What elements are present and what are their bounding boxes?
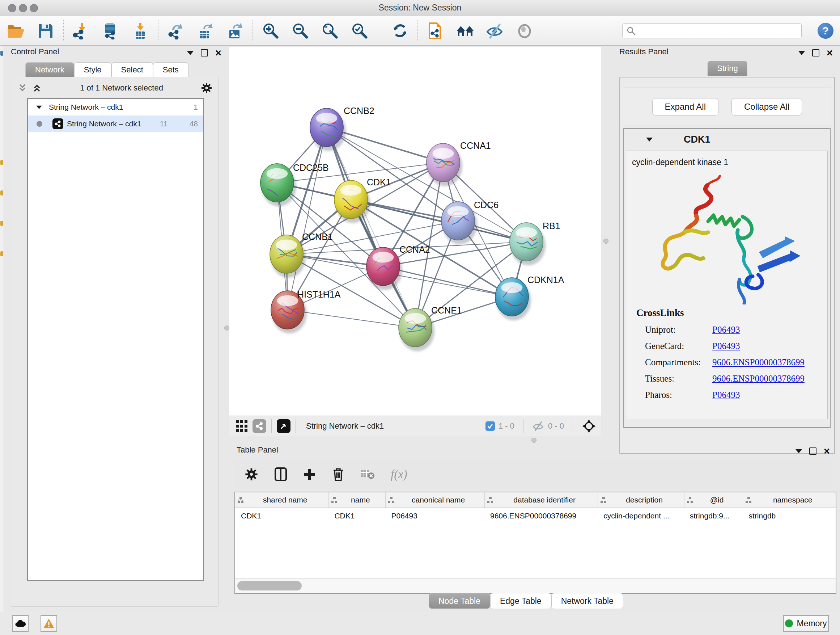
panel-close-icon[interactable]: ×	[215, 49, 221, 57]
edge-count: 48	[189, 119, 198, 128]
genecard-link[interactable]: P06493	[712, 341, 740, 351]
svg-text:CCNB2: CCNB2	[344, 106, 374, 116]
warning-button[interactable]	[41, 615, 57, 632]
open-session-icon[interactable]	[6, 21, 25, 40]
home-icon[interactable]	[456, 21, 475, 40]
cloud-button[interactable]	[12, 615, 28, 632]
svg-text:CDC6: CDC6	[474, 200, 499, 210]
zoom-selected-icon[interactable]	[350, 21, 369, 40]
expand-all-button[interactable]: Expand All	[652, 98, 718, 116]
pharos-link[interactable]: P06493	[712, 390, 740, 400]
network-collection-row[interactable]: String Network – cdk1 1	[28, 99, 203, 116]
panel-float-icon[interactable]	[187, 51, 194, 55]
uniprot-link[interactable]: P06493	[712, 325, 740, 335]
cell-namespace[interactable]: stringdb	[743, 508, 836, 524]
entry-expander-icon[interactable]	[646, 138, 653, 141]
left-splitter-handle[interactable]	[224, 325, 229, 331]
memory-button[interactable]: Memory	[783, 615, 829, 632]
compartments-link[interactable]: 9606.ENSP00000378699	[712, 357, 805, 367]
zoom-fit-icon[interactable]	[321, 21, 339, 40]
grid-view-icon[interactable]	[235, 420, 248, 432]
tab-style[interactable]: Style	[74, 62, 111, 77]
panel-float-icon[interactable]	[796, 449, 802, 453]
birds-eye-view-icon[interactable]	[277, 419, 291, 433]
tab-network-table[interactable]: Network Table	[551, 593, 623, 608]
column-type-icon	[237, 497, 244, 503]
left-edge-strip	[0, 46, 4, 635]
panel-close-icon[interactable]: ×	[824, 448, 830, 455]
crosslink-label: Tissues:	[645, 374, 712, 384]
entry-gene-name: CDK1	[684, 134, 711, 145]
network-row-selected[interactable]: String Network – cdk1 11 48	[28, 116, 203, 132]
tab-edge-table[interactable]: Edge Table	[490, 593, 551, 608]
table-row[interactable]: CDK1 CDK1 P06493 9606.ENSP00000378699 cy…	[235, 508, 836, 524]
zoom-out-icon[interactable]	[291, 21, 309, 40]
search-input[interactable]	[622, 23, 802, 38]
cell-shared-name[interactable]: CDK1	[235, 508, 328, 524]
column-header[interactable]: @id	[693, 496, 741, 504]
column-type-icon	[487, 497, 493, 503]
right-splitter-handle[interactable]	[603, 239, 608, 244]
export-table-icon[interactable]	[196, 21, 215, 40]
column-header[interactable]: database identifier	[493, 496, 595, 504]
column-type-icon	[687, 497, 693, 503]
hide-selected-eye-icon[interactable]	[485, 21, 504, 40]
tab-network[interactable]: Network	[25, 62, 74, 77]
column-header[interactable]: shared name	[244, 496, 326, 504]
export-network-icon[interactable]	[166, 21, 185, 40]
panel-close-icon[interactable]: ×	[827, 49, 833, 57]
network-canvas[interactable]: CCNB2CCNA1CDC25BCDK1CDC6RB1CCNB1CCNA2CDK…	[229, 47, 601, 416]
tab-node-table[interactable]: Node Table	[429, 593, 490, 608]
refresh-icon[interactable]	[391, 21, 409, 40]
column-type-icon	[331, 497, 338, 503]
import-table-icon[interactable]	[131, 21, 150, 40]
import-network-from-database-icon[interactable]	[101, 21, 120, 40]
panel-float-icon[interactable]	[798, 51, 805, 55]
string-file-share-icon[interactable]	[426, 21, 445, 40]
column-header[interactable]: description	[607, 496, 682, 504]
horizontal-splitter-handle[interactable]	[531, 438, 537, 443]
show-columns-icon[interactable]	[274, 467, 287, 481]
import-network-icon[interactable]	[72, 21, 90, 40]
network-share-view-icon[interactable]	[253, 419, 266, 433]
delete-column-icon[interactable]	[332, 467, 344, 481]
column-header[interactable]: canonical name	[394, 496, 482, 504]
tissues-link[interactable]: 9606.ENSP00000378699	[712, 374, 805, 384]
cell-id[interactable]: stringdb:9...	[684, 508, 743, 524]
export-image-icon[interactable]	[226, 21, 245, 40]
table-options-gear-icon[interactable]	[245, 467, 258, 481]
zoom-in-icon[interactable]	[261, 21, 280, 40]
results-panel-title: Results Panel	[619, 47, 668, 56]
svg-text:HIST1H1A: HIST1H1A	[297, 289, 341, 299]
panel-maximize-icon[interactable]	[201, 49, 208, 57]
tab-sets[interactable]: Sets	[153, 62, 188, 77]
column-header[interactable]: namespace	[752, 496, 834, 504]
horizontal-scrollbar[interactable]	[235, 578, 836, 593]
add-column-icon[interactable]	[303, 468, 316, 481]
collapse-all-button[interactable]: Collapse All	[731, 98, 802, 116]
tab-string[interactable]: String	[707, 61, 747, 76]
cell-canonical-name[interactable]: P06493	[385, 508, 485, 524]
column-header[interactable]: name	[338, 496, 383, 504]
cell-database-identifier[interactable]: 9606.ENSP00000378699	[485, 508, 598, 524]
show-all-eye-icon[interactable]	[515, 21, 534, 40]
cell-description[interactable]: cyclin-dependent ...	[598, 508, 684, 524]
scrollbar-thumb[interactable]	[237, 581, 302, 591]
help-icon[interactable]: ?	[818, 23, 834, 39]
node-count: 11	[160, 119, 168, 128]
save-session-icon[interactable]	[36, 21, 55, 40]
svg-text:CDKN1A: CDKN1A	[527, 275, 564, 285]
protein-network-graph[interactable]: CCNB2CCNA1CDC25BCDK1CDC6RB1CCNB1CCNA2CDK…	[229, 47, 601, 416]
collapse-all-icon[interactable]	[17, 82, 28, 93]
panel-maximize-icon[interactable]	[809, 448, 816, 455]
node-entry-header[interactable]: CDK1	[624, 129, 830, 150]
svg-text:RB1: RB1	[543, 221, 561, 231]
cell-name[interactable]: CDK1	[328, 508, 385, 524]
fit-selected-crosshair-icon[interactable]	[582, 419, 596, 433]
panel-maximize-icon[interactable]	[812, 49, 819, 57]
expand-collapse-up-icon[interactable]	[32, 82, 42, 93]
network-options-gear-icon[interactable]	[201, 82, 212, 94]
tree-expander-icon[interactable]	[36, 105, 42, 109]
selected-checkbox-icon[interactable]	[485, 421, 495, 431]
tab-select[interactable]: Select	[111, 62, 153, 77]
